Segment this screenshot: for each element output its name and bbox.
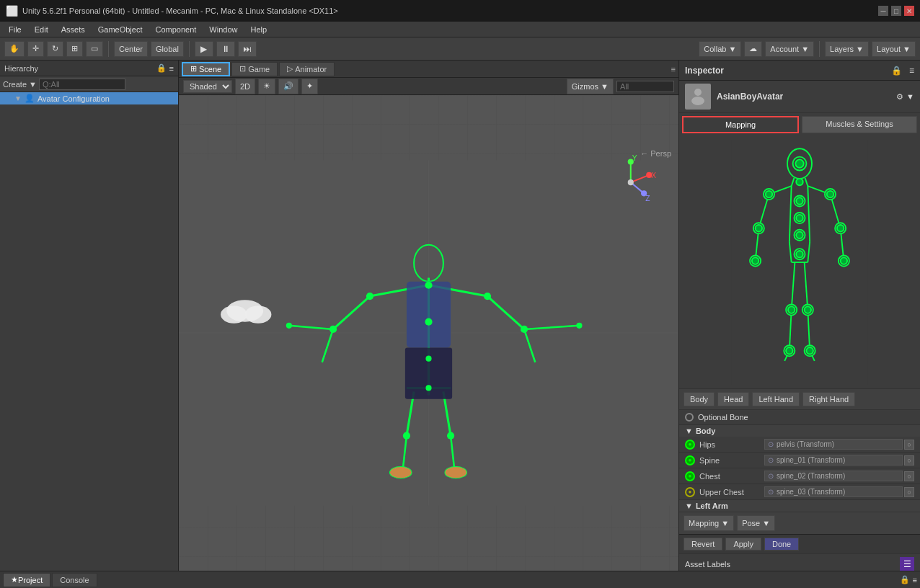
scene-tab-label: Scene	[199, 65, 221, 74]
menu-help[interactable]: Help	[244, 24, 273, 35]
body-button[interactable]: Body	[684, 392, 715, 406]
project-menu-icon[interactable]: ≡	[913, 576, 917, 584]
chest-indicator: ●	[685, 471, 695, 481]
muscles-settings-tab[interactable]: Muscles & Settings	[802, 116, 917, 133]
move-tool-button[interactable]: ✛	[27, 41, 44, 57]
pose-dropdown-btn[interactable]: Pose ▼	[737, 515, 775, 531]
body-section: ▼ Body ● Hips ⊙ pelvis (Transform) ○	[679, 425, 920, 500]
layout-button[interactable]: Layout ▼	[872, 41, 916, 57]
svg-point-25	[425, 385, 431, 391]
menu-assets[interactable]: Assets	[56, 24, 91, 35]
chest-value: ⊙ spine_02 (Transform)	[764, 471, 903, 481]
tab-right-controls: ≡	[671, 65, 676, 74]
chest-row: ● Chest ⊙ spine_02 (Transform) ○	[679, 468, 920, 484]
collab-button[interactable]: Collab ▼	[699, 41, 741, 57]
scene-canvas[interactable]: X Y Z ← Persp	[179, 95, 678, 571]
inspector-header: Inspector 🔒 ≡	[679, 61, 920, 81]
cloud-button[interactable]: ☁	[744, 41, 762, 57]
mapping-dropdown-btn[interactable]: Mapping ▼	[684, 515, 734, 531]
gizmos-dropdown[interactable]: Gizmos ▼	[567, 79, 614, 94]
left-hand-button[interactable]: Left Hand	[752, 392, 800, 406]
svg-point-48	[691, 97, 704, 105]
toolbar-separator-3	[819, 41, 820, 57]
menu-file[interactable]: File	[3, 24, 27, 35]
spine-link[interactable]: ○	[904, 455, 914, 466]
apply-button[interactable]: Apply	[725, 538, 761, 551]
body-diagram	[679, 136, 920, 388]
svg-point-30	[521, 326, 528, 333]
menu-gameobject[interactable]: GameObject	[92, 24, 149, 35]
optional-bone-section: Optional Bone	[679, 410, 920, 425]
optional-bone-radio[interactable]	[685, 413, 694, 422]
project-tab[interactable]: ★ Project	[3, 573, 50, 587]
scale-tool-button[interactable]: ⊞	[66, 41, 83, 57]
left-arm-collapse-icon[interactable]: ▼	[685, 502, 693, 510]
center-button[interactable]: Center	[114, 41, 148, 57]
title-bar-controls[interactable]: ─ □ ✕	[878, 6, 914, 16]
scene-tab[interactable]: ⊞ Scene	[182, 62, 230, 76]
scene-search-input[interactable]	[616, 81, 674, 92]
hand-tool-button[interactable]: ✋	[4, 41, 25, 57]
avatar-settings-icon[interactable]: ⚙	[896, 92, 903, 102]
avatar-config-item[interactable]: ▼ 👤 Avatar Configuration	[0, 92, 178, 104]
hips-link[interactable]: ○	[904, 440, 914, 450]
menu-component[interactable]: Component	[149, 24, 202, 35]
hierarchy-search-input[interactable]	[39, 79, 125, 90]
collapse-icon[interactable]: ▼	[685, 427, 693, 435]
inspector-menu-icon[interactable]: ≡	[909, 66, 914, 76]
rotate-tool-button[interactable]: ↻	[47, 41, 63, 57]
game-tab-icon: ⊡	[239, 64, 246, 74]
global-button[interactable]: Global	[151, 41, 184, 57]
revert-button[interactable]: Revert	[684, 538, 722, 551]
create-dropdown[interactable]: Create ▼	[3, 80, 37, 89]
toolbar-separator-2	[189, 41, 190, 57]
menu-window[interactable]: Window	[203, 24, 243, 35]
maximize-button[interactable]: □	[891, 6, 901, 16]
svg-point-84	[827, 191, 833, 197]
scene-background: X Y Z ← Persp	[179, 95, 678, 571]
optional-bone-label: Optional Bone	[698, 413, 748, 422]
shading-dropdown[interactable]: Shaded	[183, 80, 232, 93]
pause-button[interactable]: ⏸	[216, 41, 235, 57]
tab-menu-icon[interactable]: ≡	[671, 65, 676, 74]
sound-button[interactable]: 🔊	[278, 79, 298, 94]
asset-labels-title: Asset Labels	[685, 560, 730, 569]
body-section-header: ▼ Body	[679, 425, 920, 437]
2d-button[interactable]: 2D	[235, 79, 255, 94]
chest-transform: spine_02 (Transform)	[777, 472, 845, 480]
mapping-tab[interactable]: Mapping	[682, 116, 799, 133]
menu-edit[interactable]: Edit	[29, 24, 54, 35]
inspector-scroll[interactable]: AsianBoyAvatar ⚙ ▼ Mapping Muscles & Set…	[679, 81, 920, 571]
svg-point-94	[788, 306, 795, 313]
account-button[interactable]: Account ▼	[765, 41, 814, 57]
done-button[interactable]: Done	[764, 538, 799, 551]
chest-link[interactable]: ○	[904, 471, 914, 481]
effects-button[interactable]: ✦	[301, 79, 318, 94]
avatar-svg	[688, 86, 708, 107]
avatar-controls: ⚙ ▼	[896, 92, 914, 102]
rect-tool-button[interactable]: ▭	[86, 41, 103, 57]
game-tab[interactable]: ⊡ Game	[231, 62, 278, 76]
inspector-bottom: Revert Apply Done	[679, 534, 920, 553]
layers-button[interactable]: Layers ▼	[825, 41, 869, 57]
console-tab-label: Console	[60, 576, 89, 584]
hips-value: ⊙ pelvis (Transform)	[764, 439, 903, 450]
spine-value: ⊙ spine_01 (Transform)	[764, 455, 903, 466]
svg-point-40	[628, 179, 634, 185]
head-button[interactable]: Head	[717, 392, 749, 406]
hierarchy-menu-icon[interactable]: ≡	[169, 64, 174, 73]
hierarchy-header: Hierarchy 🔒 ≡	[0, 61, 178, 76]
animator-tab[interactable]: ▷ Animator	[279, 62, 335, 76]
minimize-button[interactable]: ─	[878, 6, 888, 16]
close-button[interactable]: ✕	[904, 6, 914, 16]
light-button[interactable]: ☀	[258, 79, 275, 94]
step-button[interactable]: ⏭	[238, 41, 257, 57]
asset-label-button[interactable]: ☰	[900, 557, 914, 571]
svg-point-98	[786, 347, 792, 354]
console-tab[interactable]: Console	[52, 573, 97, 587]
upper-chest-link[interactable]: ○	[904, 487, 914, 497]
right-hand-button[interactable]: Right Hand	[802, 392, 855, 406]
svg-point-36	[245, 306, 272, 323]
hierarchy-panel: Hierarchy 🔒 ≡ Create ▼ ▼ 👤 Avatar Config…	[0, 61, 179, 571]
play-button[interactable]: ▶	[195, 41, 213, 57]
